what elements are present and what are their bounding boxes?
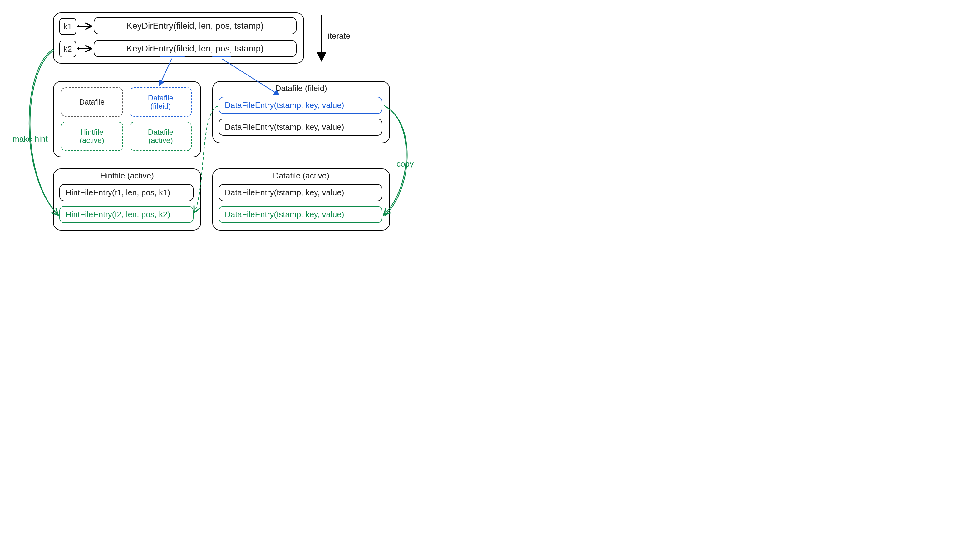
- grid-datafile-active: Datafile (active): [129, 122, 192, 151]
- hintfile-entry-1: HintFileEntry(t1, len, pos, k1): [59, 184, 193, 201]
- copy-label: copy: [396, 159, 414, 169]
- datafile-fileid-entry-2: DataFileEntry(tstamp, key, value): [218, 118, 382, 136]
- key-k1: k1: [59, 18, 76, 35]
- make-hint-label: make hint: [12, 134, 48, 144]
- datafile-fileid-title: Datafile (fileid): [213, 84, 389, 93]
- datafile-active-title: Datafile (active): [213, 171, 389, 180]
- datafile-active-entry-1: DataFileEntry(tstamp, key, value): [218, 184, 382, 201]
- diagram-canvas: k1 KeyDirEntry(fileid, len, pos, tstamp)…: [12, 12, 462, 250]
- hintfile-active-title: Hintfile (active): [54, 171, 200, 180]
- grid-datafile: Datafile: [61, 87, 123, 117]
- key-k2: k2: [59, 40, 76, 58]
- grid-datafile-fileid: Datafile (fileid): [129, 87, 192, 117]
- underline-pos: [212, 56, 231, 58]
- iterate-label: iterate: [328, 31, 350, 41]
- hintfile-entry-2: HintFileEntry(t2, len, pos, k2): [59, 206, 193, 223]
- datafile-fileid-entry-1: DataFileEntry(tstamp, key, value): [218, 97, 382, 114]
- grid-hintfile-active: Hintfile (active): [61, 122, 123, 151]
- datafile-active-entry-2: DataFileEntry(tstamp, key, value): [218, 206, 382, 223]
- keydir-entry-1: KeyDirEntry(fileid, len, pos, tstamp): [94, 17, 296, 34]
- keydir-entry-2: KeyDirEntry(fileid, len, pos, tstamp): [94, 40, 296, 57]
- underline-fileid: [160, 56, 185, 58]
